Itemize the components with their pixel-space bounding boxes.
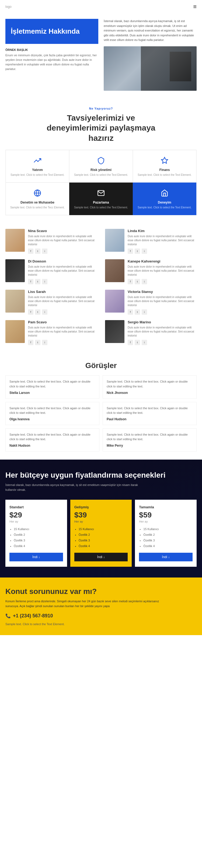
team-member-kanepe: Kanepe Kahverengi Duis aute irure dolor …: [105, 259, 197, 284]
instagram-icon[interactable]: i: [142, 309, 147, 315]
cta-phone-row[interactable]: 📞 +1 (234) 567-8910: [5, 613, 197, 619]
testimonial-olga[interactable]: Sample text. Click to select the text bo…: [5, 402, 99, 425]
team-member-di: Di Dowson Duis aute irure dolor in repre…: [5, 259, 97, 284]
testimonials-section: Görüşler Sample text. Click to select th…: [0, 353, 202, 459]
testimonial-author-mike: Mike Perry: [107, 444, 193, 447]
team-member-liss: Liss Sarah Duis aute irure dolor in repr…: [5, 290, 97, 315]
about-main-text: İstemal olarak, bazı durumlarında aşırıy…: [104, 19, 197, 42]
testimonial-text-mike: Sample text. Click to select the text bo…: [107, 432, 193, 441]
cta-sample-text: Sample text. Click to select the Text El…: [5, 622, 197, 626]
facebook-icon[interactable]: f: [128, 248, 133, 254]
facebook-icon[interactable]: f: [28, 340, 33, 345]
about-right: İstemal olarak, bazı durumlarında aşırıy…: [104, 19, 197, 91]
pricing-cards: Standart $29 Her ay 15 Kullanıcı Özellik…: [5, 500, 197, 567]
testimonial-stella[interactable]: Sample text. Click to select the text bo…: [5, 375, 99, 399]
service-card-risk[interactable]: Risk yönetimi Sample text. Click to sele…: [69, 150, 133, 183]
pricing-btn-standart[interactable]: İndi ↓: [9, 553, 63, 561]
menu-icon[interactable]: ≡: [193, 3, 197, 10]
plan-features-standart: 15 Kullanıcı Özellik 2 Özellik 3 Özellik…: [9, 526, 63, 549]
service-card-yatirim[interactable]: Yatırım Sample text. Click to select the…: [6, 150, 69, 183]
twitter-icon[interactable]: t: [35, 248, 40, 254]
service-card-denetim[interactable]: Denetim ve Muhasebe Sample text. Click t…: [6, 183, 69, 215]
pricing-btn-gelismis[interactable]: İndi ↓: [74, 553, 128, 561]
team-member-pam: Pam Scavo Duis aute irure dolor in repre…: [5, 320, 97, 345]
cta-title: Konut sorununuz var mı?: [5, 587, 197, 596]
pricing-card-standart: Standart $29 Her ay 15 Kullanıcı Özellik…: [5, 500, 67, 567]
social-di: f t i: [28, 279, 97, 284]
facebook-icon[interactable]: f: [128, 309, 133, 315]
testimonial-author-nick: Nick Jhonson: [107, 391, 193, 395]
plan-price-gelismis: $39: [74, 511, 128, 519]
team-member-nina: Nina Scavo Duis aute irure dolor in repr…: [5, 229, 97, 254]
instagram-icon[interactable]: i: [42, 340, 48, 345]
twitter-icon[interactable]: t: [135, 340, 140, 345]
services-title: Tavsiyelerimizi ve deneyimlerimizi payla…: [36, 113, 166, 143]
twitter-icon[interactable]: t: [135, 248, 140, 254]
team-desc-pam: Duis aute irure dolor in reprehenderit i…: [28, 326, 97, 338]
about-section: İşletmemiz Hakkında ÖRNEK BAŞLIK Enum ve…: [0, 13, 202, 99]
deneyim-text: Sample text. Click to select the Text El…: [137, 206, 192, 210]
instagram-icon[interactable]: i: [42, 248, 48, 254]
twitter-icon[interactable]: t: [135, 279, 140, 284]
instagram-icon[interactable]: i: [142, 340, 147, 345]
twitter-icon[interactable]: t: [135, 309, 140, 315]
pricing-btn-tamamla[interactable]: İndi ↓: [139, 553, 193, 561]
instagram-icon[interactable]: i: [42, 309, 48, 315]
cta-section: Konut sorununuz var mı? Konum İlerleme p…: [0, 578, 202, 635]
team-desc-sergio: Duis aute irure dolor in reprehenderit i…: [128, 326, 197, 338]
pricing-section: Her bütçeye uygun fiyatlandırma seçenekl…: [0, 460, 202, 578]
risk-text: Sample text. Click to select the Text El…: [74, 173, 128, 177]
avatar-linda: [105, 229, 124, 252]
twitter-icon[interactable]: t: [35, 340, 40, 345]
facebook-icon[interactable]: f: [128, 340, 133, 345]
testimonial-nakit[interactable]: Sample text. Click to select the text bo…: [5, 428, 99, 452]
pricing-card-gelismis: Gelişmiş $39 Her ay 15 Kullanıcı Özellik…: [70, 500, 132, 567]
social-sergio: f t i: [128, 340, 197, 345]
plan-name-standart: Standart: [9, 505, 63, 509]
facebook-icon[interactable]: f: [28, 248, 33, 254]
avatar-kanepe: [105, 259, 124, 282]
about-sample-label: ÖRNEK BAŞLIK Enum ve minimum düzeyde, ço…: [5, 48, 98, 71]
testimonial-author-nakit: Nakit Hudson: [9, 444, 95, 447]
deneyim-title: Deneyim: [137, 200, 192, 204]
testimonial-paul[interactable]: Sample text. Click to select the text bo…: [103, 402, 197, 425]
instagram-icon[interactable]: i: [142, 279, 147, 284]
instagram-icon[interactable]: i: [142, 248, 147, 254]
testimonial-nick[interactable]: Sample text. Click to select the text bo…: [103, 375, 197, 399]
pazarlama-title: Pazarlama: [74, 200, 128, 204]
twitter-icon[interactable]: t: [35, 309, 40, 315]
testimonial-mike[interactable]: Sample text. Click to select the text bo…: [103, 428, 197, 452]
avatar-liss: [5, 290, 25, 313]
testimonial-author-olga: Olga Ivanova: [9, 417, 95, 421]
about-blue-box: İşletmemiz Hakkında: [5, 19, 98, 44]
social-victoria: f t i: [128, 309, 197, 315]
facebook-icon[interactable]: f: [28, 309, 33, 315]
facebook-icon[interactable]: f: [28, 279, 33, 284]
avatar-sergio: [105, 320, 124, 343]
twitter-icon[interactable]: t: [35, 279, 40, 284]
testimonial-text-paul: Sample text. Click to select the text bo…: [107, 406, 193, 415]
service-card-finans[interactable]: Finans Sample text. Click to select the …: [133, 150, 196, 183]
service-card-deneyim[interactable]: Deneyim Sample text. Click to select the…: [133, 183, 196, 215]
plan-name-tamamla: Tamamla: [139, 505, 193, 509]
yatirim-title: Yatırım: [10, 168, 65, 172]
testimonial-author-stella: Stella Larson: [9, 391, 95, 395]
team-desc-nina: Duis aute irure dolor in reprehenderit i…: [28, 234, 97, 246]
social-linda: f t i: [128, 248, 197, 254]
team-member-sergio: Sergio Marino Duis aute irure dolor in r…: [105, 320, 197, 345]
testimonial-text-stella: Sample text. Click to select the text bo…: [9, 379, 95, 389]
about-left: İşletmemiz Hakkında ÖRNEK BAŞLIK Enum ve…: [5, 19, 98, 71]
services-label: Ne Yapıyoruz?: [5, 107, 197, 110]
team-desc-victoria: Duis aute irure dolor in reprehenderit i…: [128, 295, 197, 307]
plan-period-standart: Her ay: [9, 520, 63, 523]
denetim-title: Denetim ve Muhasebe: [10, 200, 65, 204]
pricing-card-tamamla: Tamamla $59 Her ay 15 Kullanıcı Özellik …: [135, 500, 197, 567]
instagram-icon[interactable]: i: [42, 279, 48, 284]
team-name-pam: Pam Scavo: [28, 320, 97, 324]
team-name-linda: Linda Kim: [128, 229, 197, 233]
service-card-pazarlama[interactable]: Pazarlama Sample text. Click to select t…: [69, 183, 133, 215]
facebook-icon[interactable]: f: [128, 279, 133, 284]
avatar-nina: [5, 229, 25, 252]
cta-phone-number: +1 (234) 567-8910: [13, 613, 53, 619]
team-name-di: Di Dowson: [28, 259, 97, 263]
